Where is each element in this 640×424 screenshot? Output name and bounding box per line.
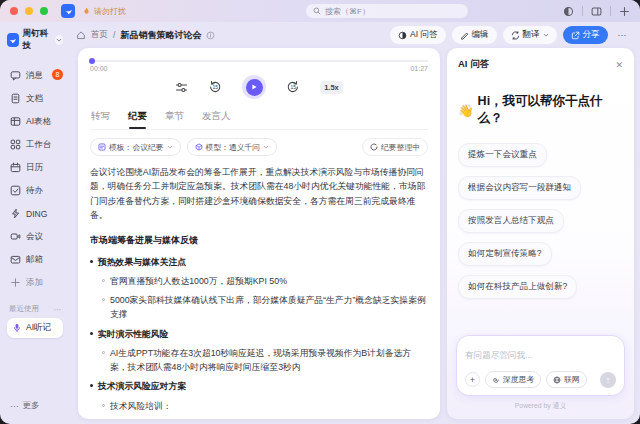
sidebar-item-ai-notes[interactable]: AI听记 xyxy=(7,318,63,338)
ask-input[interactable] xyxy=(465,350,616,360)
zoom-window-button[interactable] xyxy=(40,7,48,15)
suggestion-chips: 提炼一下会议重点 根据会议内容写一段群通知 按照发言人总结下观点 如何定制宣传策… xyxy=(458,143,623,299)
do-not-disturb-indicator[interactable]: 请勿打扰 xyxy=(82,6,126,17)
bullet-marker xyxy=(102,404,105,407)
video-camera-icon xyxy=(10,231,21,242)
sidebar-item-mail[interactable]: 邮箱 xyxy=(7,248,63,271)
sidebar-item-label: 待办 xyxy=(26,185,43,197)
tab-speakers[interactable]: 发言人 xyxy=(201,106,232,129)
forward-15-icon[interactable]: 15 xyxy=(286,80,300,94)
meeting-minutes-card: 00:00 01:27 15 15 1.5x 转写 纪要 章节 发言人 模板：会… xyxy=(78,48,440,419)
dnd-flame-icon xyxy=(82,7,91,16)
minimize-window-button[interactable] xyxy=(25,7,33,15)
minutes-scroll-area[interactable]: 会议讨论围绕AI新品发布会的筹备工作展开，重点解决技术演示风险与市场传播协同问题… xyxy=(90,165,428,419)
plus-icon xyxy=(10,277,21,288)
playback-speed-button[interactable]: 1.5x xyxy=(320,81,343,94)
suggestion-chip[interactable]: 提炼一下会议重点 xyxy=(458,143,547,167)
tab-chapters[interactable]: 章节 xyxy=(164,106,185,129)
bullet-text: 实时演示性能风险 xyxy=(98,327,168,341)
chat-icon xyxy=(10,70,21,81)
info-icon[interactable] xyxy=(206,31,215,40)
search-placeholder: 搜索（⌘F） xyxy=(325,6,370,17)
bullet-item: AI生成PPT功能存在3次超10秒响应延迟，现场采用预录视频作为B计划备选方案，… xyxy=(102,346,426,375)
more-dots-icon: ⋯ xyxy=(10,401,19,411)
suggestion-chip[interactable]: 如何定制宣传策略? xyxy=(458,242,552,266)
ai-qa-button[interactable]: AI 问答 xyxy=(390,26,445,44)
close-window-button[interactable] xyxy=(10,7,18,15)
model-icon xyxy=(195,143,203,151)
svg-text:15: 15 xyxy=(213,84,219,90)
bullet-marker xyxy=(102,279,105,282)
chevron-down-icon[interactable] xyxy=(55,35,63,45)
status-label: 纪要整理中 xyxy=(381,142,420,153)
attach-plus-button[interactable]: + xyxy=(465,372,480,387)
sidebar-item-calendar[interactable]: 日历 xyxy=(7,156,63,179)
bullet-marker xyxy=(102,298,105,301)
audio-settings-icon[interactable] xyxy=(175,81,188,94)
tab-minutes[interactable]: 纪要 xyxy=(127,106,148,129)
bullet-item: 技术风险培训： xyxy=(102,399,426,413)
edit-button[interactable]: 编辑 xyxy=(452,26,497,44)
ai-qa-label: AI 问答 xyxy=(410,29,437,41)
table-icon xyxy=(10,116,21,127)
panel-layout-icon[interactable] xyxy=(591,6,602,17)
sidebar-item-messages[interactable]: 消息 8 xyxy=(7,64,63,87)
sidebar-item-label: 日历 xyxy=(26,162,43,174)
send-button[interactable]: ↑ xyxy=(600,372,616,388)
close-icon[interactable]: ✕ xyxy=(615,60,623,70)
theme-toggle-icon[interactable] xyxy=(563,6,574,17)
sidebar-item-todo[interactable]: 待办 xyxy=(7,179,63,202)
sidebar-item-ai-table[interactable]: AI表格 xyxy=(7,110,63,133)
share-button[interactable]: 分享 xyxy=(563,26,608,44)
suggestion-chip[interactable]: 根据会议内容写一段群通知 xyxy=(458,176,581,200)
sidebar-item-label: 会议 xyxy=(26,231,43,243)
elapsed-time: 00:00 xyxy=(90,65,108,72)
translate-button[interactable]: 翻译 xyxy=(503,26,557,44)
sidebar-item-meeting[interactable]: 会议 xyxy=(7,225,63,248)
sidebar-item-label: 添加 xyxy=(26,277,43,289)
audio-progress-bar[interactable] xyxy=(90,60,428,62)
template-select[interactable]: 模板：会议纪要 xyxy=(90,138,181,156)
globe-icon xyxy=(553,376,561,384)
sidebar-more-button[interactable]: ⋯ 更多 xyxy=(10,400,40,412)
play-button[interactable] xyxy=(242,75,266,99)
sidebar-item-add[interactable]: 添加 xyxy=(7,271,63,294)
new-window-plus-icon[interactable] xyxy=(619,6,630,17)
template-icon xyxy=(98,143,106,151)
more-actions-button[interactable]: ⋯ xyxy=(614,26,631,44)
sidebar: 周钉科技 消息 8 文档 AI表格 工作台 日历 待办 xyxy=(0,22,70,424)
web-search-label: 联网 xyxy=(564,374,580,385)
pencil-icon xyxy=(460,31,469,40)
workspace-logo xyxy=(7,33,19,47)
dnd-label: 请勿打扰 xyxy=(94,6,126,17)
bullet-marker xyxy=(102,351,105,354)
ai-orb-icon xyxy=(398,31,407,40)
bullet-marker xyxy=(90,260,93,263)
share-icon xyxy=(571,31,580,40)
breadcrumb-home[interactable]: 首页 xyxy=(91,29,108,41)
home-icon[interactable] xyxy=(76,30,86,40)
edit-label: 编辑 xyxy=(472,29,489,41)
suggestion-chip[interactable]: 如何在科技产品上做创新? xyxy=(458,275,577,299)
document-icon xyxy=(10,93,21,104)
global-search-input[interactable]: 搜索（⌘F） xyxy=(306,4,468,18)
recent-more-icon[interactable]: ⋯ xyxy=(54,305,62,314)
breadcrumb: 首页 / 新品销售策略讨论会 xyxy=(76,29,215,42)
breadcrumb-separator: / xyxy=(113,30,115,40)
sidebar-item-label: 邮箱 xyxy=(26,254,43,266)
rewind-15-icon[interactable]: 15 xyxy=(208,80,222,94)
dingtalk-app-icon xyxy=(61,4,75,18)
sidebar-item-workbench[interactable]: 工作台 xyxy=(7,133,63,156)
deep-think-toggle[interactable]: 深度思考 xyxy=(485,371,541,388)
model-select[interactable]: 模型：通义千问 xyxy=(187,138,278,156)
greeting-text: Hi，我可以帮你干点什么？ xyxy=(478,93,623,127)
sidebar-item-label: 工作台 xyxy=(26,139,52,151)
web-search-toggle[interactable]: 联网 xyxy=(546,371,587,388)
sidebar-item-label: 消息 xyxy=(26,70,43,82)
sidebar-item-ding[interactable]: DING xyxy=(7,202,63,225)
suggestion-chip[interactable]: 按照发言人总结下观点 xyxy=(458,209,564,233)
sidebar-item-docs[interactable]: 文档 xyxy=(7,87,63,110)
tab-transcript[interactable]: 转写 xyxy=(90,106,111,129)
progress-knob[interactable] xyxy=(89,58,95,64)
workspace-switcher[interactable]: 周钉科技 xyxy=(7,28,63,52)
